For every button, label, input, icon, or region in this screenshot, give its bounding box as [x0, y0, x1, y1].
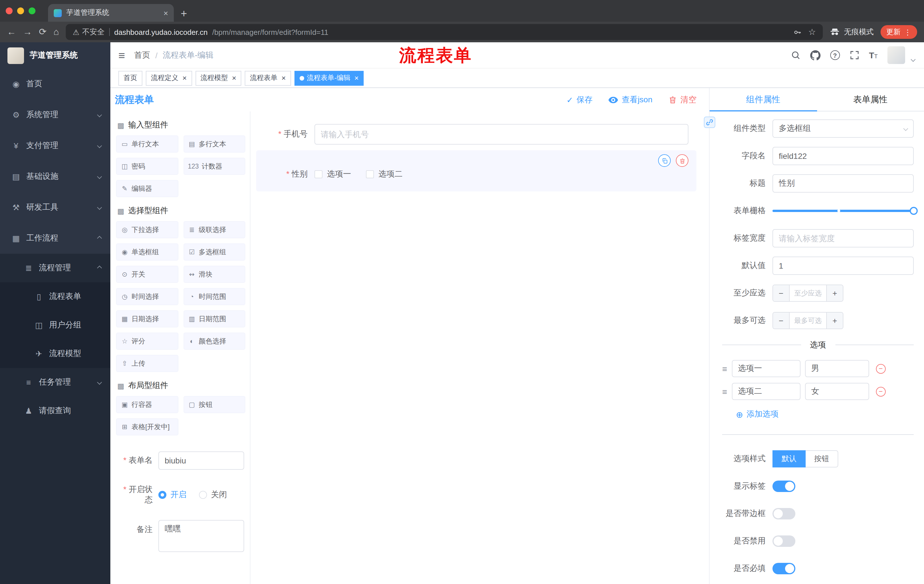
remove-option-button[interactable]: −: [876, 387, 886, 396]
palette-component[interactable]: ↭ 滑块: [183, 266, 245, 283]
github-icon[interactable]: [810, 50, 820, 60]
sidebar-logo[interactable]: 芋道管理系统: [0, 42, 111, 69]
palette-component[interactable]: ▣ 行容器: [116, 396, 178, 413]
back-button[interactable]: ←: [7, 28, 16, 36]
sidebar-menu-item[interactable]: ≡ 任务管理: [0, 368, 111, 396]
bookmark-star-icon[interactable]: ☆: [808, 27, 816, 37]
view-json-button[interactable]: 查看json: [609, 95, 652, 105]
security-warning[interactable]: ⚠ 不安全: [73, 27, 104, 37]
sidebar-menu-item[interactable]: ≣ 流程管理: [0, 254, 111, 282]
option-value-input[interactable]: [805, 360, 869, 377]
field-name-input[interactable]: [772, 147, 914, 165]
component-type-select[interactable]: 多选框组: [772, 119, 914, 138]
tag-close-icon[interactable]: ×: [182, 74, 187, 82]
props-tab[interactable]: 组件属性: [710, 88, 817, 111]
toggle-switch[interactable]: [772, 508, 795, 520]
palette-component[interactable]: ⇧ 上传: [116, 355, 178, 372]
remove-option-button[interactable]: −: [876, 364, 886, 373]
toggle-switch[interactable]: [772, 480, 795, 492]
gender-field-widget[interactable]: 性别 选项一: [256, 150, 696, 191]
clear-button[interactable]: 清空: [668, 95, 696, 105]
checkbox-option[interactable]: 选项二: [366, 169, 403, 179]
password-key-icon[interactable]: [793, 28, 801, 36]
phone-input[interactable]: [315, 124, 688, 145]
sidebar-menu-item[interactable]: ⚒ 研发工具: [0, 192, 111, 223]
palette-component[interactable]: ▤ 多行文本: [183, 135, 245, 153]
palette-component[interactable]: ☆ 评分: [116, 332, 178, 350]
palette-component[interactable]: ▢ 按钮: [183, 396, 245, 413]
max-select-stepper[interactable]: − 最多可选 +: [772, 312, 843, 329]
search-icon[interactable]: [790, 50, 800, 60]
palette-component[interactable]: ◉ 单选框组: [116, 243, 178, 261]
option-style-button[interactable]: 默认: [772, 450, 806, 467]
sidebar-menu-item[interactable]: ✈ 流程模型: [0, 339, 111, 368]
sidebar-menu-item[interactable]: ▤ 基础设施: [0, 161, 111, 192]
checkbox-box[interactable]: [315, 170, 322, 178]
palette-component[interactable]: ☑ 多选框组: [183, 243, 245, 261]
toggle-switch[interactable]: [772, 563, 795, 574]
toggle-switch[interactable]: [772, 535, 795, 547]
status-radio[interactable]: 开启: [158, 490, 186, 500]
save-button[interactable]: ✓ 保存: [566, 95, 592, 105]
form-remark-textarea[interactable]: 嘿嘿: [158, 520, 244, 552]
tag-close-icon[interactable]: ×: [355, 74, 359, 82]
label-width-input[interactable]: [772, 229, 914, 247]
browser-tab[interactable]: 芋道管理系统 ×: [48, 4, 174, 22]
palette-component[interactable]: ⊙ 开关: [116, 266, 178, 283]
fullscreen-icon[interactable]: [850, 50, 859, 60]
palette-component[interactable]: ◫ 密码: [116, 158, 178, 175]
drag-handle-icon[interactable]: ≡: [722, 364, 727, 373]
help-icon[interactable]: ?: [830, 50, 840, 60]
option-style-button[interactable]: 按钮: [806, 450, 838, 467]
user-avatar[interactable]: [888, 46, 905, 64]
slider-handle[interactable]: [910, 207, 918, 215]
new-tab-button[interactable]: +: [181, 8, 187, 19]
form-canvas[interactable]: 手机号: [251, 112, 709, 584]
sidebar-toggle-icon[interactable]: ≡: [118, 49, 125, 61]
min-select-value[interactable]: 至少应选: [790, 285, 826, 301]
props-tab[interactable]: 表单属性: [817, 88, 924, 111]
close-window-button[interactable]: [6, 7, 13, 14]
sidebar-menu-item[interactable]: ◉ 首页: [0, 69, 111, 99]
phone-field-widget[interactable]: 手机号: [256, 124, 696, 145]
tag-close-icon[interactable]: ×: [281, 74, 285, 82]
palette-component[interactable]: ✎ 编辑器: [116, 180, 178, 197]
tag[interactable]: 流程定义 ×: [146, 71, 192, 86]
font-size-icon[interactable]: TT: [869, 50, 878, 60]
radio-circle[interactable]: [158, 491, 167, 499]
tag[interactable]: 首页 ×: [118, 71, 142, 86]
minimize-window-button[interactable]: [17, 7, 24, 14]
checkbox-option[interactable]: 选项一: [315, 169, 351, 179]
address-bar[interactable]: ⚠ 不安全 dashboard.yudao.iocoder.cn /bpm/ma…: [66, 24, 823, 40]
option-name-input[interactable]: [732, 360, 800, 377]
zoom-window-button[interactable]: [29, 7, 35, 14]
option-name-input[interactable]: [732, 383, 800, 400]
add-option-button[interactable]: ⊕ 添加选项: [736, 409, 914, 419]
sidebar-menu-item[interactable]: ▯ 流程表单: [0, 282, 111, 311]
tag[interactable]: 流程表单 ×: [245, 71, 291, 86]
delete-widget-button[interactable]: [676, 154, 688, 167]
home-button[interactable]: ⌂: [53, 28, 59, 36]
checkbox-box[interactable]: [366, 170, 374, 178]
palette-component[interactable]: ◷ 时间选择: [116, 288, 178, 305]
tab-close-icon[interactable]: ×: [163, 9, 168, 17]
sidebar-menu-item[interactable]: ⚙ 系统管理: [0, 99, 111, 130]
field-link-icon[interactable]: [704, 117, 715, 128]
option-value-input[interactable]: [805, 383, 869, 400]
sidebar-menu-item[interactable]: ♟ 请假查询: [0, 396, 111, 425]
forward-button[interactable]: →: [23, 28, 32, 36]
increase-button[interactable]: +: [826, 313, 843, 329]
decrease-button[interactable]: −: [773, 313, 790, 329]
tag-close-icon[interactable]: ×: [232, 74, 236, 82]
sidebar-menu-item[interactable]: ¥ 支付管理: [0, 130, 111, 161]
palette-component[interactable]: ◔ 时间范围: [183, 288, 245, 305]
sidebar-menu-item[interactable]: ◫ 用户分组: [0, 311, 111, 339]
reload-button[interactable]: ⟳: [39, 28, 46, 36]
form-name-input[interactable]: [158, 451, 244, 470]
palette-component[interactable]: ◎ 下拉选择: [116, 221, 178, 238]
title-input[interactable]: [772, 174, 914, 192]
drag-handle-icon[interactable]: ≡: [722, 387, 727, 396]
grid-slider[interactable]: [772, 202, 914, 220]
max-select-value[interactable]: 最多可选: [790, 313, 826, 329]
radio-circle[interactable]: [199, 491, 207, 499]
